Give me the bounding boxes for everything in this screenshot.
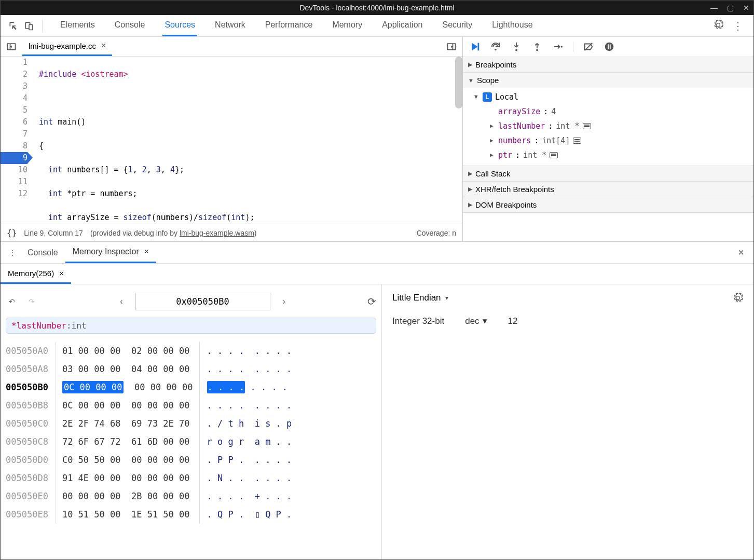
svg-rect-11 [610,44,611,49]
drawer: ⋮ Console Memory Inspector× × Memory(256… [1,242,753,559]
tab-network[interactable]: Network [213,15,248,36]
navigator-toggle-icon[interactable] [2,42,21,52]
svg-point-6 [515,49,517,51]
separator [42,20,43,32]
scrollbar[interactable] [455,57,462,108]
memory-icon[interactable] [583,123,591,129]
drawer-tabstrip: ⋮ Console Memory Inspector× × [1,242,753,264]
address-input[interactable] [135,293,270,310]
svg-rect-4 [478,43,479,51]
close-icon[interactable]: ✕ [743,4,749,12]
undo-icon[interactable]: ↶ [6,297,18,306]
memory-nav: ↶ ↷ ‹ › ⟳ [6,293,376,310]
cursor-position: Line 9, Column 17 [24,229,83,237]
svg-rect-1 [29,24,33,30]
code-body[interactable]: #include <iostream> int main() { int num… [32,57,462,224]
step-icon[interactable] [552,41,564,52]
int-mode-select[interactable]: dec▾ [465,316,487,326]
kebab-icon[interactable]: ⋮ [733,20,743,32]
kebab-icon[interactable]: ⋮ [5,249,20,257]
int-value: 12 [508,316,518,326]
refresh-icon[interactable]: ⟳ [367,295,376,308]
local-badge-icon: L [483,92,492,102]
snippets-toggle-icon[interactable] [442,42,461,52]
chevron-down-icon: ▾ [445,294,448,302]
status-bar: {} Line 9, Column 17 (provided via debug… [1,224,462,241]
panel-tabs: Elements Console Sources Network Perform… [58,15,713,36]
tab-memory[interactable]: Memory [330,15,364,36]
debug-info-text: (provided via debug info by lmi-bug-exam… [90,229,257,237]
scope-var[interactable]: ▶ptr: int * [469,148,753,162]
scope-var[interactable]: ▶lastNumber: int * [469,119,753,133]
chevron-down-icon: ▾ [483,316,487,326]
file-tab[interactable]: lmi-bug-example.cc × [22,37,112,56]
svg-point-8 [561,46,563,48]
drawer-tab-console[interactable]: Console [20,242,65,263]
memory-interpret-pane: Little Endian▾ Integer 32-bit dec▾ 12 [382,284,753,559]
section-breakpoints[interactable]: ▶Breakpoints [463,57,753,72]
code-editor[interactable]: 1234 5678 9101112 #include <iostream> in… [1,57,462,224]
svg-rect-10 [608,44,609,49]
step-over-icon[interactable] [490,41,501,52]
drawer-tab-memory-inspector[interactable]: Memory Inspector× [65,242,156,263]
section-xhr[interactable]: ▶XHR/fetch Breakpoints [463,182,753,197]
scope-var[interactable]: arraySize: 4 [469,104,753,119]
tab-elements[interactable]: Elements [58,15,97,36]
sources-pane: lmi-bug-example.cc × 1234 5678 9101112 #… [1,37,463,241]
file-tabstrip: lmi-bug-example.cc × [1,37,462,57]
close-icon[interactable]: × [144,247,149,256]
svg-point-5 [495,49,497,51]
section-dom[interactable]: ▶DOM Breakpoints [463,197,753,212]
step-into-icon[interactable] [511,41,522,52]
resume-icon[interactable] [469,41,481,52]
step-out-icon[interactable] [531,41,543,52]
memory-icon[interactable] [550,152,558,158]
close-icon[interactable]: × [59,269,64,278]
svg-point-9 [605,43,614,51]
titlebar: DevTools - localhost:4000/lmi-bug-exampl… [1,1,753,15]
memory-icon[interactable] [573,138,581,144]
section-scope[interactable]: ▼Scope [463,73,753,88]
gear-icon[interactable] [733,293,743,305]
pretty-print-icon[interactable]: {} [7,228,17,238]
svg-point-7 [536,49,538,51]
debugger-pane: ▶Breakpoints ▼Scope ▼LLocal arraySize: 4… [463,37,753,241]
pause-exceptions-icon[interactable] [604,41,615,52]
scope-local[interactable]: ▼LLocal [469,90,753,104]
main-toolbar: Elements Console Sources Network Perform… [1,15,753,37]
highlight-chip[interactable]: *lastNumber: int [6,318,376,334]
tab-lighthouse[interactable]: Lighthouse [490,15,534,36]
line-gutter: 1234 5678 9101112 [1,57,32,224]
tab-performance[interactable]: Performance [263,15,315,36]
close-drawer-icon[interactable]: × [733,247,749,258]
memory-hex-pane: ↶ ↷ ‹ › ⟳ *lastNumber: int 005050A000505… [1,284,382,559]
next-page-icon[interactable]: › [278,297,291,306]
deactivate-breakpoints-icon[interactable] [583,41,594,52]
int-type-label: Integer 32-bit [392,316,444,326]
section-callstack[interactable]: ▶Call Stack [463,166,753,181]
prev-page-icon[interactable]: ‹ [115,297,128,306]
scope-var[interactable]: ▶numbers: int[4] [469,133,753,148]
maximize-icon[interactable]: ▢ [727,4,734,12]
minimize-icon[interactable]: — [710,4,718,12]
file-tab-label: lmi-bug-example.cc [29,42,96,50]
tab-console[interactable]: Console [113,15,147,36]
device-toggle-icon[interactable] [21,18,37,34]
hex-viewer[interactable]: 005050A0005050A8005050B0005050B8005050C0… [6,342,376,524]
window-title: DevTools - localhost:4000/lmi-bug-exampl… [299,4,454,12]
redo-icon: ↷ [25,297,38,306]
gear-icon[interactable] [713,20,723,32]
scope-body: ▼LLocal arraySize: 4 ▶lastNumber: int * … [463,88,753,166]
tab-application[interactable]: Application [380,15,424,36]
tab-sources[interactable]: Sources [162,15,197,36]
debug-toolbar [463,37,753,57]
inspect-icon[interactable] [6,18,21,34]
memory-tab[interactable]: Memory(256)× [1,264,71,284]
memory-tabstrip: Memory(256)× [1,264,753,284]
endian-select[interactable]: Little Endian▾ [392,293,743,303]
tab-security[interactable]: Security [440,15,474,36]
close-icon[interactable]: × [101,41,106,50]
coverage-text: Coverage: n [417,229,456,237]
wasm-link[interactable]: lmi-bug-example.wasm [180,229,254,237]
